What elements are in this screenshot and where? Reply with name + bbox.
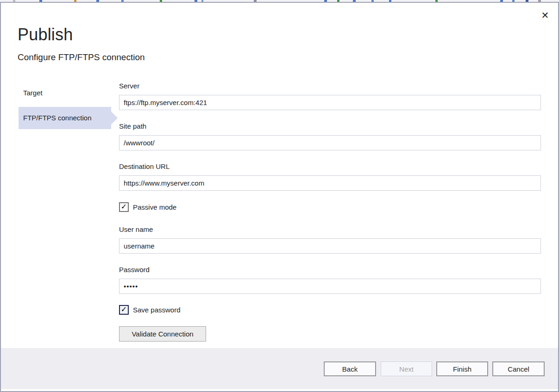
user-name-label: User name <box>119 225 153 233</box>
selected-step-arrow <box>111 112 118 124</box>
user-name-input[interactable] <box>119 238 541 254</box>
close-icon[interactable]: ✕ <box>537 8 553 22</box>
server-label: Server <box>119 82 139 90</box>
next-button[interactable]: Next <box>381 361 432 376</box>
passive-mode-checkbox[interactable]: ✓ <box>119 202 129 212</box>
sidebar-item-ftp-connection[interactable]: FTP/FTPS connection <box>19 107 111 129</box>
site-path-label: Site path <box>119 122 146 130</box>
validate-connection-button[interactable]: Validate Connection <box>119 326 206 342</box>
save-password-label: Save password <box>133 306 181 314</box>
page-subtitle: Configure FTP/FTPS connection <box>18 52 145 62</box>
password-label: Password <box>119 266 150 274</box>
save-password-checkbox-row[interactable]: ✓ Save password <box>119 305 181 315</box>
publish-wizard-page: ✕ Publish Configure FTP/FTPS connection … <box>0 0 559 392</box>
destination-url-label: Destination URL <box>119 162 170 170</box>
back-button[interactable]: Back <box>324 361 376 376</box>
page-title: Publish <box>18 25 73 44</box>
sidebar-item-target[interactable]: Target <box>19 82 111 104</box>
passive-mode-label: Passive mode <box>133 203 176 211</box>
dialog-footer: Back Next Finish Cancel <box>1 348 558 389</box>
finish-button[interactable]: Finish <box>436 361 488 376</box>
destination-url-input[interactable] <box>119 175 541 191</box>
checkmark-icon: ✓ <box>121 203 127 211</box>
site-path-input[interactable] <box>119 135 541 150</box>
server-input[interactable] <box>119 95 541 110</box>
passive-mode-checkbox-row[interactable]: ✓ Passive mode <box>119 202 176 212</box>
cancel-button[interactable]: Cancel <box>492 361 545 376</box>
save-password-checkbox[interactable]: ✓ <box>119 305 129 315</box>
checkmark-icon: ✓ <box>121 306 127 313</box>
password-input[interactable] <box>119 279 541 294</box>
